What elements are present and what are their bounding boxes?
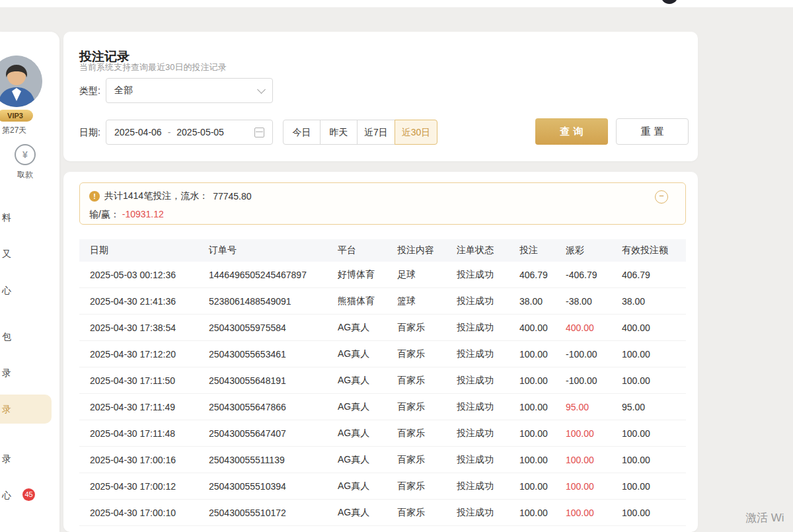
cell-platform: AG真人 <box>338 401 397 413</box>
sidebar-item[interactable]: 又 <box>0 239 59 268</box>
cell-date: 2025-04-30 17:11:50 <box>90 375 209 386</box>
column-header: 有效投注额 <box>622 245 686 256</box>
calendar-icon <box>254 128 264 137</box>
sidebar-item-label: 心 <box>2 490 11 500</box>
cell-payout: 100.00 <box>566 481 622 492</box>
nav-item[interactable]: 取款 <box>534 0 552 1</box>
table-row: 2025-04-30 17:11:48250430055647407AG真人百家… <box>79 420 686 447</box>
cell-status: 投注成功 <box>457 401 519 413</box>
cell-date: 2025-04-30 17:00:16 <box>90 455 209 465</box>
table-header: 日期订单号平台投注内容注单状态投注派彩有效投注额 <box>79 239 686 262</box>
sidebar-item-label: 录 <box>2 453 11 464</box>
cell-payout: -38.00 <box>566 296 622 307</box>
winloss-label: 输/赢： <box>89 209 120 219</box>
table-row: 2025-04-30 21:41:365238061488549091熊猫体育篮… <box>79 288 686 315</box>
winloss-value: -10931.12 <box>122 209 164 219</box>
cell-payout: -100.00 <box>566 375 622 386</box>
cell-valid: 100.00 <box>622 375 686 386</box>
cell-status: 投注成功 <box>457 375 519 387</box>
table-body: 2025-05-03 00:12:361446496505245467897好博… <box>79 262 686 526</box>
withdraw-label: 取款 <box>11 169 40 180</box>
quick-range-button[interactable]: 今日 <box>283 120 321 145</box>
quick-range-button[interactable]: 昨天 <box>320 120 358 145</box>
cell-date: 2025-04-30 17:00:10 <box>90 508 209 518</box>
reset-button[interactable]: 重置 <box>616 118 689 145</box>
sidebar-item[interactable]: 料 <box>0 203 59 232</box>
cell-content: 百家乐 <box>397 507 457 519</box>
topbar-avatar[interactable] <box>661 0 678 4</box>
cell-status: 投注成功 <box>457 322 519 334</box>
sidebar-item-label: 包 <box>2 331 11 342</box>
chevron-down-icon <box>257 85 266 94</box>
page-subtitle: 当前系统支持查询最近30日的投注记录 <box>79 61 226 73</box>
sidebar-item-label: 录 <box>2 367 11 378</box>
cell-valid: 406.79 <box>622 270 686 280</box>
sidebar-item[interactable]: 录 <box>0 444 59 473</box>
table-row: 2025-04-30 17:00:10250430055510172AG真人百家… <box>79 500 686 526</box>
sidebar-item[interactable]: 心45 <box>0 480 59 510</box>
nav-item[interactable]: 转账 <box>498 0 517 1</box>
cell-date: 2025-04-30 17:11:48 <box>90 428 209 439</box>
type-label: 类型: <box>79 78 100 103</box>
cell-date: 2025-04-30 17:12:20 <box>90 349 209 360</box>
cell-payout: 100.00 <box>566 508 622 518</box>
withdraw-shortcut[interactable]: ¥ 取款 <box>11 144 40 180</box>
cell-platform: AG真人 <box>338 375 397 387</box>
cell-bet: 38.00 <box>519 296 566 307</box>
cell-payout: -100.00 <box>566 349 622 360</box>
cell-date: 2025-04-30 17:38:54 <box>90 323 209 333</box>
cell-bet: 100.00 <box>519 508 566 518</box>
cell-bet: 100.00 <box>519 349 566 360</box>
welcome-text: 欢迎您回来 <box>570 0 616 1</box>
user-avatar[interactable] <box>0 56 42 107</box>
type-select[interactable]: 全部 <box>106 78 273 103</box>
quick-range-button[interactable]: 近7日 <box>357 120 395 145</box>
column-header: 派彩 <box>566 245 622 256</box>
results-card: ! 共计1414笔投注，流水： 77745.80 输/赢： -10931.12 … <box>63 172 698 532</box>
notification-badge: 45 <box>22 488 35 501</box>
table-row: 2025-04-30 17:00:16250430055511139AG真人百家… <box>79 447 686 473</box>
table-row: 2025-05-03 00:12:361446496505245467897好博… <box>79 262 686 288</box>
sidebar-item[interactable]: 包 <box>0 322 59 351</box>
table-row: 2025-04-30 17:12:20250430055653461AG真人百家… <box>79 341 686 367</box>
nav-item[interactable]: 存款 <box>463 0 481 1</box>
cell-bet: 100.00 <box>519 481 566 492</box>
collapse-icon[interactable]: − <box>655 190 668 204</box>
cell-valid: 100.00 <box>622 455 686 465</box>
cell-status: 投注成功 <box>457 295 519 307</box>
date-start-value: 2025-04-06 <box>114 127 162 137</box>
search-button[interactable]: 查询 <box>535 118 608 145</box>
column-header: 投注 <box>519 245 566 256</box>
cell-content: 百家乐 <box>397 375 457 387</box>
cell-status: 投注成功 <box>457 428 519 439</box>
column-header: 平台 <box>338 245 397 256</box>
sidebar-item[interactable]: 心 <box>0 276 59 305</box>
date-label: 日期: <box>79 120 100 145</box>
date-range-input[interactable]: 2025-04-06 - 2025-05-05 <box>106 120 273 145</box>
cell-bet: 100.00 <box>519 455 566 465</box>
cell-valid: 100.00 <box>622 508 686 518</box>
cell-order: 250430055510172 <box>209 508 338 518</box>
cell-content: 百家乐 <box>397 322 457 334</box>
activation-watermark: 激活 Wi <box>745 510 784 525</box>
cell-order: 250430055653461 <box>209 349 338 360</box>
date-end-value: 2025-05-05 <box>176 127 224 137</box>
sidebar-item[interactable]: 录 <box>0 358 59 387</box>
top-navbar: 存款转账取款 欢迎您回来 <box>0 0 793 7</box>
cell-status: 投注成功 <box>457 507 519 519</box>
summary-count-text: 共计1414笔投注，流水： <box>104 190 208 202</box>
cell-platform: AG真人 <box>338 507 397 519</box>
cell-content: 百家乐 <box>397 401 457 413</box>
cell-content: 足球 <box>397 269 457 281</box>
quick-range-button[interactable]: 近30日 <box>395 120 438 145</box>
cell-date: 2025-05-03 00:12:36 <box>90 270 209 280</box>
cell-status: 投注成功 <box>457 269 519 281</box>
sidebar-menu: 料又心包录录录心45 <box>0 203 59 510</box>
cell-valid: 100.00 <box>622 428 686 439</box>
type-select-value: 全部 <box>114 85 133 96</box>
search-icon[interactable] <box>633 0 644 2</box>
bets-table: 日期订单号平台投注内容注单状态投注派彩有效投注额 2025-05-03 00:1… <box>79 239 686 526</box>
cell-bet: 400.00 <box>519 323 566 333</box>
sidebar-item[interactable]: 录 <box>0 395 52 424</box>
column-header: 订单号 <box>209 245 338 256</box>
